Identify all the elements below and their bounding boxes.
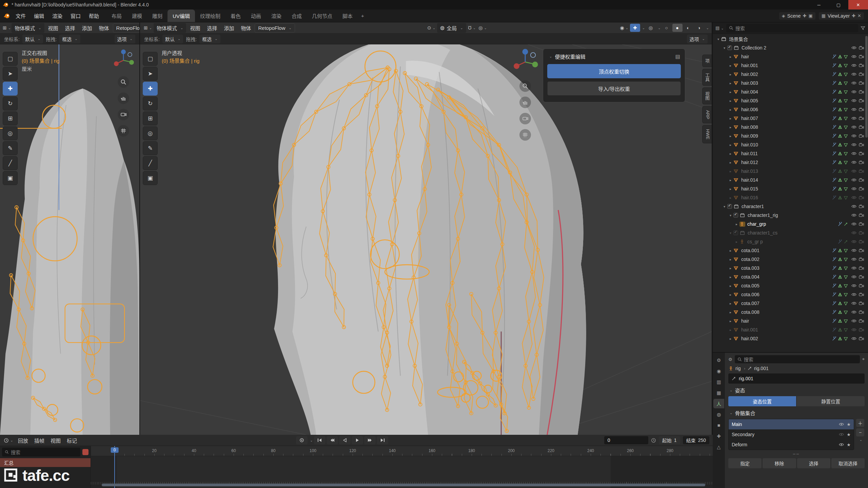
disclosure-arrow[interactable]: ▸ <box>728 266 733 270</box>
camera-view-icon[interactable] <box>519 113 531 124</box>
add-workspace-button[interactable]: + <box>358 10 368 21</box>
menu-item[interactable]: 编辑 <box>30 12 48 19</box>
drag-dropdown[interactable]: 框选⌄ <box>199 35 220 43</box>
tool-button[interactable]: ╱ <box>3 156 18 170</box>
frame-ruler[interactable]: 020406080100120140160180200220240260280 <box>91 446 713 456</box>
specials-menu-icon[interactable]: ⌄ <box>860 438 862 442</box>
end-frame-field[interactable]: 结束250 <box>683 436 709 444</box>
pin-icon[interactable]: ⌖ <box>862 357 865 362</box>
prev-keyframe-button[interactable] <box>327 436 338 444</box>
disclosure-arrow[interactable]: ▸ <box>728 134 733 138</box>
collection-checkbox[interactable] <box>733 230 738 235</box>
outliner-row[interactable]: ▸ cota.007 <box>713 299 865 308</box>
options-dropdown[interactable]: 选项⌄ <box>115 35 135 43</box>
collection-visibility-eye-icon[interactable] <box>839 422 844 426</box>
disable-render-camera-icon[interactable] <box>859 275 864 279</box>
disable-render-camera-icon[interactable] <box>859 46 864 50</box>
channel-search-input[interactable]: 搜索 <box>2 448 80 456</box>
disclosure-arrow[interactable]: ▸ <box>728 302 733 305</box>
disable-render-camera-icon[interactable] <box>859 319 864 323</box>
viewlayer-selector[interactable]: ▦ ViewLayer ✚ ✕ <box>819 12 864 20</box>
maximize-button[interactable]: ▢ <box>829 0 848 9</box>
disable-render-camera-icon[interactable] <box>859 134 864 138</box>
auto-keying-toggle[interactable] <box>296 436 308 444</box>
outliner-search-input[interactable]: 搜索 <box>726 24 858 32</box>
view-axis-gizmo[interactable] <box>512 48 539 76</box>
disable-render-camera-icon[interactable] <box>859 116 864 120</box>
menu-item[interactable]: 渲染 <box>48 12 66 19</box>
n-panel-tab[interactable]: ARP <box>702 106 712 123</box>
hide-viewport-eye-icon[interactable] <box>851 222 856 226</box>
zoom-icon[interactable] <box>519 80 531 92</box>
outliner-row[interactable]: ▸ hair.011 <box>713 149 865 158</box>
start-frame-field[interactable]: 起始1 <box>659 436 680 444</box>
vertex-weight-toggle-button[interactable]: 顶点权重切换 <box>547 64 681 78</box>
hide-viewport-eye-icon[interactable] <box>851 63 856 67</box>
outliner-row[interactable]: ▸ cota.002 <box>713 255 865 264</box>
outliner-row[interactable]: ▸ cs_gr p <box>713 237 865 246</box>
outliner-row[interactable]: ▸ cota.003 <box>713 264 865 272</box>
workspace-tab[interactable]: 脚本 <box>337 9 358 22</box>
hide-viewport-eye-icon[interactable] <box>851 116 856 120</box>
drag-dropdown[interactable]: 框选⌄ <box>59 35 80 43</box>
hide-viewport-eye-icon[interactable] <box>851 257 856 261</box>
outliner-display-mode-icon[interactable]: ▤⌄ <box>715 25 724 30</box>
hide-viewport-eye-icon[interactable] <box>851 151 856 156</box>
outliner-row[interactable]: ▸ hair.001 <box>713 61 865 70</box>
collection-checkbox[interactable] <box>733 213 738 218</box>
disclosure-arrow[interactable]: ▸ <box>728 310 733 314</box>
hide-viewport-eye-icon[interactable] <box>851 248 856 252</box>
disclosure-arrow[interactable]: ▸ <box>728 73 733 76</box>
disclosure-arrow[interactable]: ▸ <box>728 337 733 341</box>
workspace-tab[interactable]: UV编辑 <box>167 9 195 22</box>
options-dropdown[interactable]: 选项⌄ <box>687 35 708 43</box>
workspace-tab[interactable]: 动画 <box>246 9 266 22</box>
shading-mode-icon[interactable]: ◑ <box>694 24 704 32</box>
list-resize-grip[interactable]: ┉┉ <box>728 452 865 456</box>
pose-position-button[interactable]: 姿态位置 <box>728 396 796 406</box>
action-button[interactable]: 指定 <box>728 458 762 468</box>
viewport-center-canvas[interactable]: 用户透视 (0) 场景集合 | rig ▢➤✚↻⊞◎✎╱▣ ⌄ <box>140 44 712 435</box>
bone-collection-row[interactable]: Secondary ★ <box>729 429 854 440</box>
hide-viewport-eye-icon[interactable] <box>851 90 856 94</box>
orientation-dropdown[interactable]: 默认⌄ <box>22 35 43 43</box>
remove-collection-button[interactable]: − <box>856 428 864 436</box>
disclosure-arrow[interactable]: ▸ <box>728 117 733 120</box>
hide-viewport-eye-icon[interactable] <box>851 178 856 182</box>
hide-viewport-eye-icon[interactable] <box>851 266 856 270</box>
outliner-row[interactable]: ▸ hair.010 <box>713 140 865 149</box>
import-export-weight-button[interactable]: 导入/导出权重 <box>547 81 681 96</box>
hide-viewport-eye-icon[interactable] <box>851 99 856 103</box>
bone-collection-row[interactable]: Main ★ <box>729 419 854 429</box>
tool-button[interactable]: ⊞ <box>3 111 18 125</box>
unlink-scene-icon[interactable]: ▣ <box>808 13 812 18</box>
panel-menu-icon[interactable]: ▤ <box>675 54 680 60</box>
orientation-global-dropdown[interactable]: ◍全局⌄ <box>437 23 466 33</box>
properties-tab-icon[interactable]: 人 <box>713 399 724 408</box>
hide-viewport-eye-icon[interactable] <box>851 337 856 341</box>
disclosure-arrow[interactable]: ▸ <box>728 125 733 129</box>
hide-viewport-eye-icon[interactable] <box>851 187 856 191</box>
disable-render-camera-icon[interactable] <box>859 248 864 252</box>
filter-icon[interactable] <box>861 26 865 30</box>
collection-visibility-eye-icon[interactable] <box>839 443 844 447</box>
outliner-row[interactable]: ▸ hair.016 <box>713 193 865 202</box>
tool-button[interactable]: ▢ <box>3 52 18 66</box>
disclosure-arrow[interactable]: ▸ <box>728 143 733 147</box>
disable-render-camera-icon[interactable] <box>859 231 864 235</box>
disable-render-camera-icon[interactable] <box>859 213 864 217</box>
hide-viewport-eye-icon[interactable] <box>851 292 856 297</box>
timeline-horizontal-scrollbar[interactable] <box>102 484 705 486</box>
next-keyframe-button[interactable] <box>364 436 376 444</box>
outliner-row[interactable]: ▾ Collection 2 <box>713 43 865 52</box>
shading-mode-icon[interactable]: ○ <box>662 24 672 32</box>
outliner-row[interactable]: ▸ hair.015 <box>713 184 865 193</box>
properties-tab-icon[interactable]: ✚ <box>713 431 724 441</box>
collapse-icon[interactable]: ⌄ <box>549 55 552 58</box>
disable-render-camera-icon[interactable] <box>859 222 864 226</box>
outliner-row[interactable]: ▾ character1 <box>713 202 865 211</box>
outliner-row[interactable]: ▸ hair.005 <box>713 96 865 105</box>
disclosure-arrow[interactable]: ▸ <box>728 161 733 164</box>
action-button[interactable]: 移除 <box>763 458 796 468</box>
n-panel-tab[interactable]: 工具 <box>702 69 712 86</box>
